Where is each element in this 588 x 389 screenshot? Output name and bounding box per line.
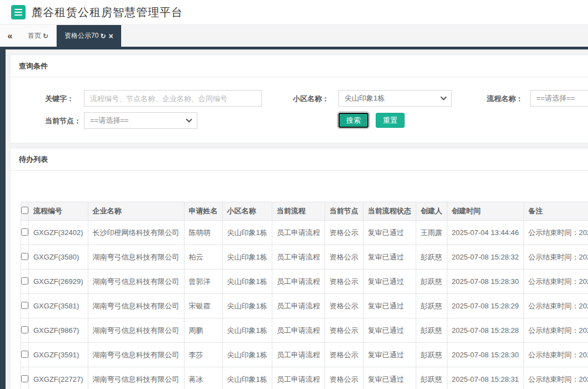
collapsed-sidebar[interactable] [0, 49, 6, 389]
community-select[interactable]: 尖山印象1栋 [338, 90, 452, 107]
table-cell: 资格公示 [325, 367, 363, 389]
table-cell: 尖山印象1栋 [222, 221, 272, 245]
row-checkbox[interactable] [21, 326, 28, 333]
table-cell: 公示结束时间：2025-07-16 11:06:01 [524, 245, 588, 270]
select-all-checkbox[interactable] [21, 207, 28, 214]
table-row: GXGZF(3581)湖南弯弓信息科技有限公司宋银霞尖山印象1栋员工申请流程资格… [21, 294, 588, 318]
row-checkbox[interactable] [21, 228, 28, 236]
table-cell: 员工申请流程 [272, 270, 325, 294]
table-cell: 2025-07-08 15:28:30 [447, 270, 524, 294]
column-header: 企业名称 [88, 202, 184, 221]
table-cell: 员工申请流程 [272, 294, 325, 318]
search-button[interactable]: 搜索 [338, 113, 368, 128]
table-cell: 资格公示 [325, 343, 363, 367]
table-row: GXGZF(9867)湖南弯弓信息科技有限公司周鹏尖山印象1栋员工申请流程资格公… [21, 318, 588, 343]
column-header: 当前节点 [325, 202, 363, 221]
table-cell: GXGZF(32402) [29, 221, 88, 245]
table-cell: 曾郭洋 [184, 270, 222, 294]
table-cell: 柏云 [184, 245, 222, 270]
table-cell: 公示结束时间：2025-07-16 11:05:41 [524, 294, 588, 318]
table-cell: 复审已通过 [363, 245, 416, 270]
keyword-input[interactable] [84, 90, 262, 107]
refresh-icon[interactable]: ↻ [43, 32, 48, 40]
table-cell: 员工申请流程 [272, 343, 325, 367]
row-checkbox[interactable] [21, 253, 28, 260]
hamburger-menu-icon[interactable] [11, 5, 26, 19]
table-cell: 周鹏 [184, 318, 222, 343]
table-cell: 尖山印象1栋 [222, 245, 272, 270]
table-cell: 湖南弯弓信息科技有限公司 [88, 318, 184, 343]
row-checkbox-cell [21, 343, 29, 367]
column-header: 当前流程状态 [363, 202, 416, 221]
table-cell: 员工申请流程 [272, 221, 325, 245]
keyword-label: 关键字： [45, 94, 74, 104]
table-row: GXGZF(32402)长沙印橙网络科技有限公司陈萌萌尖山印象1栋员工申请流程资… [21, 221, 588, 245]
refresh-icon[interactable]: ↻ [100, 32, 106, 40]
table-cell: 2025-07-08 15:28:30 [447, 343, 524, 367]
table-cell: 复审已通过 [363, 343, 416, 367]
table-cell: 湖南弯弓信息科技有限公司 [88, 294, 184, 318]
table-cell: 复审已通过 [363, 294, 416, 318]
table-cell: 资格公示 [325, 245, 363, 270]
table-cell: 公示结束时间：2025-07-16 11:05:51 [524, 270, 588, 294]
current-node-label: 当前节点： [45, 116, 81, 126]
row-checkbox[interactable] [21, 277, 28, 285]
table-cell: 王雨露 [416, 221, 447, 245]
table-row: GXGZF(3580)湖南弯弓信息科技有限公司柏云尖山印象1栋员工申请流程资格公… [21, 245, 588, 270]
table-cell: 李莎 [184, 343, 222, 367]
todo-table: 流程编号企业名称申请姓名小区名称当前流程当前节点当前流程状态创建人创建时间备注 … [21, 202, 588, 389]
row-checkbox-cell [21, 270, 29, 294]
select-all-checkbox-cell [21, 202, 29, 221]
table-cell: 员工申请流程 [272, 367, 325, 389]
row-checkbox-cell [21, 318, 29, 343]
table-cell: 资格公示 [325, 270, 363, 294]
reset-button[interactable]: 重置 [376, 113, 405, 128]
current-node-select-value: ==请选择== [90, 116, 128, 126]
process-name-select[interactable]: ==请选择== [530, 90, 588, 107]
row-checkbox[interactable] [21, 375, 28, 382]
table-row: GXGZF(3591)湖南弯弓信息科技有限公司李莎尖山印象1栋员工申请流程资格公… [21, 343, 588, 367]
table-cell: 资格公示 [325, 221, 363, 245]
todo-panel-title: 待办列表 [19, 155, 48, 163]
table-cell: 复审已通过 [363, 270, 416, 294]
table-cell: 2025-07-08 15:28:29 [447, 294, 524, 318]
table-cell: GXGZF(3581) [29, 294, 88, 318]
tab-home[interactable]: 首页↻ [20, 25, 57, 47]
table-cell: 尖山印象1栋 [222, 294, 272, 318]
table-cell: 资格公示 [325, 318, 363, 343]
community-select-value: 尖山印象1栋 [345, 93, 385, 103]
row-checkbox-cell [21, 245, 29, 270]
row-checkbox-cell [21, 221, 29, 245]
community-label: 小区名称： [293, 94, 329, 104]
row-checkbox[interactable] [21, 302, 28, 309]
todo-panel: 待办列表 流程编号企业名称申请姓名小区名称当前流程当前节点当前流程状态创建人创建… [10, 148, 588, 389]
collapse-tabs-icon[interactable]: « [0, 25, 20, 47]
column-header: 小区名称 [222, 202, 272, 221]
table-row: GXGZF(22727)湖南弯弓信息科技有限公司蒋冰尖山印象1栋员工申请流程资格… [21, 367, 588, 389]
process-name-label: 流程名称： [487, 94, 523, 104]
column-header: 创建时间 [447, 202, 524, 221]
table-cell: 公示结束时间：2025-07-16 11:05:14 [524, 367, 588, 389]
table-cell: 尖山印象1栋 [222, 343, 272, 367]
table-cell: 陈萌萌 [184, 221, 222, 245]
row-checkbox-cell [21, 294, 29, 318]
chevron-down-icon [186, 116, 192, 122]
table-cell: 复审已通过 [363, 221, 416, 245]
content-frame: 查询条件 关键字： 小区名称： 尖山印象1栋 流程名称： ==请选择== 当前节… [0, 47, 588, 389]
current-node-select[interactable]: ==请选择== [84, 112, 197, 129]
table-cell: 2025-07-04 13:44:46 [447, 221, 524, 245]
table-cell: 彭跃慈 [416, 367, 447, 389]
table-cell: 尖山印象1栋 [222, 318, 272, 343]
table-cell: GXGZF(3591) [29, 343, 88, 367]
table-cell: GXGZF(3580) [29, 245, 88, 270]
table-cell: 员工申请流程 [272, 245, 325, 270]
table-cell: 湖南弯弓信息科技有限公司 [88, 367, 184, 389]
table-cell: 彭跃慈 [416, 343, 447, 367]
tab-qualification-publicity[interactable]: 资格公示70↻× [57, 25, 121, 47]
table-cell: 尖山印象1栋 [222, 270, 272, 294]
table-cell: 长沙印橙网络科技有限公司 [88, 221, 184, 245]
table-cell: 蒋冰 [184, 367, 222, 389]
table-cell: 2025-07-08 15:28:31 [447, 367, 524, 389]
row-checkbox[interactable] [21, 351, 28, 358]
close-icon[interactable]: × [108, 32, 113, 41]
